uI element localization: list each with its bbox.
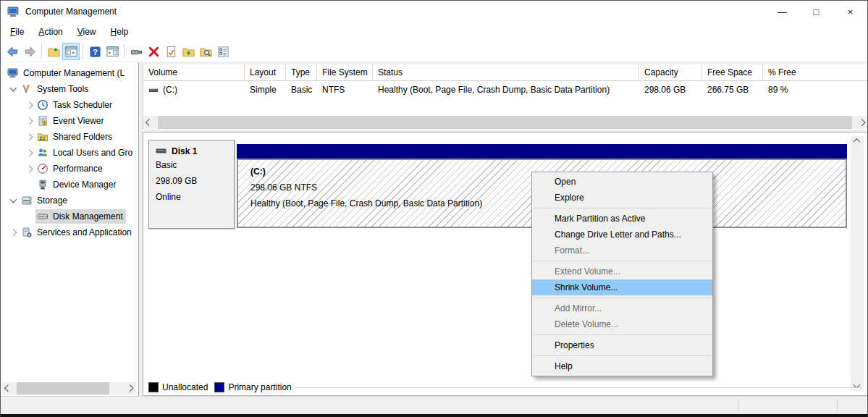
scroll-up-arrow[interactable] [851,136,863,148]
disk-management-icon [37,211,49,222]
menu-item-change-drive-letter-and-paths[interactable]: Change Drive Letter and Paths... [532,227,712,243]
menu-bar: File Action View Help [1,22,867,41]
computer-icon [7,6,20,18]
chevron-placeholder [23,179,35,190]
rescan-disks-button[interactable] [127,43,145,60]
expand-chevron[interactable] [7,83,20,95]
menu-item-mark-partition-as-active[interactable]: Mark Partition as Active [532,211,712,227]
show-console-tree-button[interactable] [62,43,80,60]
menu-item-shrink-volume[interactable]: Shrink Volume... [532,279,712,295]
column-header-volume[interactable]: Volume [143,64,245,80]
menu-help[interactable]: Help [104,24,136,40]
scrollbar-thumb[interactable] [17,382,109,395]
help-button[interactable]: ? [86,43,104,60]
tree-item-task-scheduler[interactable]: Task Scheduler [1,97,138,113]
status-bar-divider [738,400,738,411]
partition-context-menu: Open Explore Mark Partition as Active Ch… [531,172,713,376]
scroll-left-arrow[interactable] [2,382,14,395]
volume-list-header: Volume Layout Type File System Status Ca… [143,64,868,81]
volume-status: Healthy (Boot, Page File, Crash Dump, Ba… [373,85,639,95]
local-users-icon [37,147,49,159]
menu-item-properties[interactable]: Properties [532,337,712,353]
column-header-file-system[interactable]: File System [317,64,373,80]
expand-chevron[interactable] [7,227,20,238]
column-header-type[interactable]: Type [286,64,317,80]
maximize-button[interactable]: □ [799,1,833,22]
scroll-down-arrow[interactable] [851,379,863,391]
export-folder-button[interactable] [180,43,197,60]
up-folder-button[interactable] [45,43,62,60]
back-arrow-icon [6,45,20,59]
menu-item-format: Format... [532,243,712,258]
storage-icon [21,195,33,206]
check-document-button[interactable] [162,43,180,60]
column-header-status[interactable]: Status [373,64,639,80]
tree-item-computer-management[interactable]: Computer Management (L [1,65,138,81]
expand-chevron[interactable] [7,195,20,206]
graphical-view-vertical-scrollbar[interactable] [851,136,864,391]
toolbar-separator [83,44,83,59]
tree-item-device-manager[interactable]: Device Manager [1,177,138,193]
status-bar-divider [837,400,838,411]
checklist-button[interactable] [214,43,232,60]
expand-chevron[interactable] [23,163,35,174]
tree-item-event-viewer[interactable]: Event Viewer [1,113,138,129]
delete-button[interactable] [145,43,162,60]
checklist-icon [216,45,230,59]
console-tree-icon [64,45,78,59]
volume-drive-icon [148,85,159,96]
volume-row[interactable]: (C:) Simple Basic NTFS Healthy (Boot, Pa… [143,81,868,98]
tree-item-system-tools[interactable]: System Tools [1,81,138,97]
menu-action[interactable]: Action [31,24,69,40]
scrollbar-thumb[interactable] [158,116,852,129]
volume-type: Basic [286,85,317,95]
expand-chevron[interactable] [23,147,35,159]
column-header-percent-free[interactable]: % Free [763,64,868,80]
minimize-button[interactable]: — [765,1,799,22]
expand-chevron[interactable] [23,131,35,143]
tree-item-services-and-applications[interactable]: Services and Application [1,224,138,240]
disk-name: Disk 1 [172,146,197,156]
console-tree-panel: Computer Management (L System Tools Task… [1,62,139,396]
tree-item-local-users-and-groups[interactable]: Local Users and Gro [1,145,138,161]
disk-info-box[interactable]: Disk 1 Basic 298.09 GB Online [148,140,235,229]
tree-item-shared-folders[interactable]: Shared Folders [1,129,138,145]
show-action-pane-button[interactable] [104,43,121,60]
scroll-left-arrow[interactable] [143,116,156,129]
menu-separator [533,261,712,261]
rescan-disks-icon [130,45,143,59]
close-button[interactable]: × [833,1,867,22]
menu-item-explore[interactable]: Explore [532,190,712,206]
menu-file[interactable]: File [3,24,31,40]
menu-item-open[interactable]: Open [532,174,712,190]
forward-button[interactable] [21,43,38,60]
scroll-right-arrow[interactable] [124,382,136,395]
primary-partition-color-band [237,144,847,159]
volume-layout: Simple [245,85,286,95]
column-header-capacity[interactable]: Capacity [639,64,702,80]
tree-item-performance[interactable]: Performance [1,161,138,177]
menu-view[interactable]: View [70,24,104,40]
volume-list-horizontal-scrollbar[interactable] [143,116,868,129]
tree-item-storage[interactable]: Storage [1,193,138,208]
device-manager-icon [37,179,49,190]
help-icon: ? [88,45,102,59]
back-button[interactable] [4,43,21,60]
toolbar-separator [124,44,125,59]
column-header-layout[interactable]: Layout [245,64,286,80]
menu-separator [533,355,712,356]
volume-free-space: 266.75 GB [702,85,763,95]
disk-type: Basic [156,157,227,173]
column-header-free-space[interactable]: Free Space [702,64,763,80]
expand-chevron[interactable] [23,115,35,127]
menu-separator [533,208,712,208]
tree-item-label: Storage [37,195,67,206]
find-folder-button[interactable] [197,43,214,60]
volume-list-pane: Volume Layout Type File System Status Ca… [143,64,868,130]
tree-item-disk-management[interactable]: Disk Management [1,208,138,224]
tree-horizontal-scrollbar[interactable] [2,382,136,395]
menu-item-help[interactable]: Help [532,358,712,374]
tree-item-label: Computer Management (L [23,68,125,78]
scroll-right-arrow[interactable] [856,116,868,129]
expand-chevron[interactable] [23,99,35,111]
